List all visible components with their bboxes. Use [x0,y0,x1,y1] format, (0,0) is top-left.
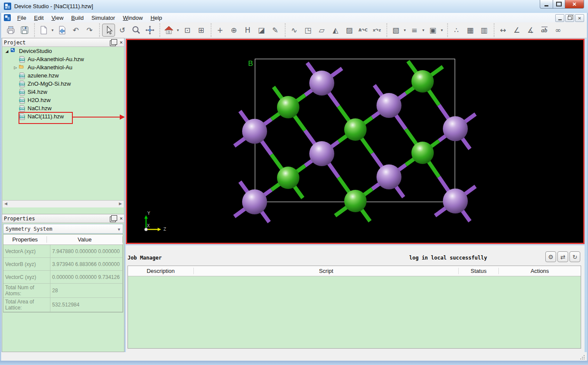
transform-cell-button[interactable]: ▨ [343,24,356,37]
crystal-structure-canvas[interactable]: BXYZ [127,40,583,243]
na-atom[interactable] [309,71,334,96]
property-row[interactable]: VectorB (xyz)3.973940 6.883066 0.000000 [3,258,123,271]
close-panel-icon[interactable]: ✕ [120,40,123,44]
measure-distance-button[interactable]: ↔ [497,24,510,37]
zoom-tool-button[interactable] [130,24,143,37]
tree-item-nacl-hzw[interactable]: HZWNaCl.hzw [3,104,124,112]
build-slab-button[interactable]: ▱ [315,24,328,37]
project-horizontal-scrollbar[interactable]: ◀ ▶ [3,200,124,207]
cl-atom[interactable] [277,96,299,118]
menu-item-simulator[interactable]: Simulator [87,14,119,22]
select-atoms-mode-button[interactable]: ▧ [389,24,402,37]
export-file-button[interactable] [56,24,68,37]
home-view-dropdown-icon[interactable]: ▼ [176,28,180,32]
cl-atom[interactable] [344,190,367,212]
expand-arrow-icon[interactable]: ▷ [13,65,18,70]
align-view-mode-button[interactable]: ≡ [408,24,421,37]
measure-angle-button[interactable]: ∠ [510,24,523,37]
edit-lattice-mode-button[interactable]: ▣ [426,24,439,37]
close-panel-icon[interactable]: ✕ [120,216,123,220]
resize-grip[interactable] [580,355,585,360]
menu-item-build[interactable]: Build [67,14,87,22]
property-row[interactable]: Total Area of Lattice:532.512984 [3,298,123,312]
draw-bond-button[interactable]: ∿ [288,24,301,37]
minimize-button[interactable] [540,0,553,9]
cl-atom[interactable] [344,118,367,141]
menu-item-file[interactable]: File [13,14,30,22]
collapse-arrow-icon[interactable]: ◢ [4,49,9,53]
mdi-minimize-button[interactable] [555,14,564,22]
rotate-abc-axes-button[interactable]: A↷C [357,24,370,37]
float-panel-icon[interactable] [111,39,117,45]
na-atom[interactable] [376,164,401,189]
close-button[interactable]: ✕ [565,0,584,9]
fit-view-button[interactable]: ⊡ [181,24,194,37]
maximize-button[interactable] [553,0,565,9]
pick-tool-button[interactable]: ✎ [269,24,282,37]
property-row[interactable]: Total Num of Atoms:28 [3,284,123,298]
show-bonds-button[interactable]: ▦ [464,24,477,37]
label-ab-button[interactable]: ab [538,24,551,37]
new-file-dropdown-icon[interactable]: ▼ [51,28,54,32]
menu-item-window[interactable]: Window [119,14,146,22]
show-molecule-button[interactable]: ∴ [450,24,463,37]
mdi-close-button[interactable]: ✕ [575,14,584,22]
menu-item-edit[interactable]: Edit [30,14,47,22]
tree-item-h2o-hzw[interactable]: HZWH2O.hzw [3,96,124,104]
tree-item-zno-mgo-si-hzw[interactable]: HZWZnO-MgO-Si.hzw [3,80,124,88]
undo-button[interactable]: ↶ [69,24,82,37]
add-hydrogen-button[interactable]: H [241,24,254,37]
move-atom-button[interactable]: ◳ [302,24,314,37]
symmetry-system-dropdown[interactable]: Symmetry System ▼ [3,224,123,234]
measure-bond-button[interactable]: ∞ [552,24,565,37]
na-atom[interactable] [376,93,401,118]
property-row[interactable]: VectorC (xyz)0.000000 0.000000 9.734126 [3,271,123,284]
tree-item-au-alkanethiol-au[interactable]: ▷Au-Alkanethiol-Au [3,63,124,71]
cl-atom[interactable] [277,167,299,189]
na-atom[interactable] [443,116,468,141]
mirror-structure-button[interactable]: ◭ [329,24,342,37]
add-atom-button[interactable]: + [214,24,227,37]
mdi-restore-button[interactable] [565,14,574,22]
select-atoms-mode-dropdown-icon[interactable]: ▼ [403,28,407,32]
scroll-left-icon[interactable]: ◀ [4,201,7,206]
tree-item-devicestudio[interactable]: ◢DeviceStudio [3,47,124,55]
structure-viewport[interactable]: BXYZ [126,39,585,244]
new-file-button[interactable] [37,24,50,37]
na-atom[interactable] [242,189,267,214]
measure-dihedral-button[interactable]: ∡ [524,24,537,37]
erase-tool-button[interactable]: ◪ [255,24,268,37]
na-atom[interactable] [242,119,267,144]
open-project-button[interactable] [4,24,17,37]
na-atom[interactable] [309,141,334,166]
menu-item-help[interactable]: Help [146,14,166,22]
float-panel-icon[interactable] [111,215,117,221]
save-file-button[interactable] [18,24,31,37]
job-shuffle-button[interactable]: ⇄ [557,251,568,262]
tree-item-azulene-hzw[interactable]: HZWazulene.hzw [3,71,124,80]
cl-atom[interactable] [411,142,434,164]
rotate-xyz-axes-button[interactable]: x↷z [370,24,383,37]
scroll-right-icon[interactable]: ▶ [119,201,122,206]
na-atom[interactable] [443,189,468,213]
menu-item-view[interactable]: View [47,14,67,22]
tree-item-au-alkanethiol-au-hzw[interactable]: HZWAu-Alkanethiol-Au.hzw [3,55,124,63]
select-tool-button[interactable] [102,24,115,37]
tree-item-si4-hzw[interactable]: HZWSi4.hzw [3,88,124,96]
job-settings-button[interactable]: ⚙ [545,251,556,262]
add-fragment-button[interactable]: ⊕ [227,24,240,37]
home-view-button[interactable] [162,24,175,37]
edit-lattice-mode-dropdown-icon[interactable]: ▼ [440,28,444,32]
property-row[interactable]: VectorA (xyz)7.947880 0.000000 0.000000 [3,245,123,258]
pan-tool-button[interactable] [143,24,156,37]
show-lattice-button[interactable]: ▥ [478,24,491,37]
align-view-mode-dropdown-icon[interactable]: ▼ [422,28,425,32]
job-refresh-button[interactable]: ↻ [569,251,580,262]
cl-atom[interactable] [411,70,434,93]
redo-button[interactable]: ↷ [83,24,96,37]
hzw-icon: HZW [19,56,26,62]
toolbar: ▼↶↷↺▼⊡⊞+⊕H◪✎∿◳▱◭▨A↷Cx↷z▧▼≡▼▣▼∴▦▥↔∠∡ab∞ [1,22,587,38]
title-bar[interactable]: Device Studio - [NaCl(111).hzw] ✕ [0,0,588,13]
rotate-view-tool-button[interactable]: ↺ [116,24,129,37]
tile-windows-button[interactable]: ⊞ [195,24,208,37]
